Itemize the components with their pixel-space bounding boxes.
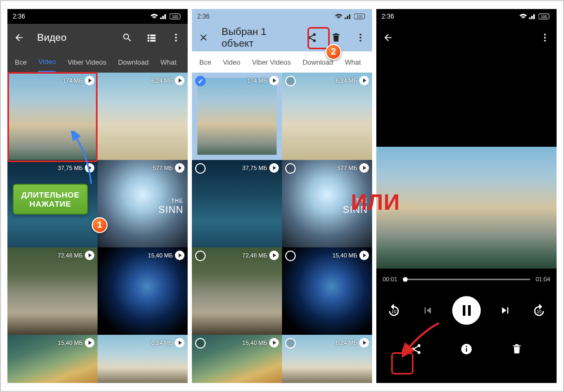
tab-viber[interactable]: Viber Videos: [252, 53, 290, 72]
svg-point-17: [544, 40, 545, 41]
next-button[interactable]: [496, 301, 515, 320]
file-size: 6,24 МБ: [151, 340, 173, 346]
play-icon: [359, 76, 369, 85]
file-size: 6,24 МБ: [151, 77, 173, 84]
delete-button[interactable]: [329, 30, 343, 45]
check-icon: [285, 76, 296, 86]
check-icon: [285, 163, 296, 174]
time-current: 00:01: [383, 276, 398, 282]
svg-point-4: [175, 40, 177, 41]
seek-track[interactable]: [403, 279, 531, 280]
wifi-icon: [519, 14, 527, 19]
arrow-back-icon: [383, 32, 393, 43]
svg-point-9: [313, 39, 316, 42]
file-size: 15,40 МБ: [332, 252, 357, 259]
back-button[interactable]: [12, 30, 27, 45]
video-tile[interactable]: 15,40 МБ: [98, 247, 188, 335]
svg-point-15: [544, 34, 545, 35]
delete-button[interactable]: [507, 340, 526, 359]
back-button[interactable]: [381, 30, 395, 45]
file-size: 6,24 МБ: [336, 340, 357, 346]
trash-icon: [331, 32, 341, 43]
play-icon: [85, 338, 94, 348]
share-button[interactable]: [304, 30, 319, 45]
callout-longpress: ДЛИТЕЛЬНОЕ НАЖАТИЕ: [13, 184, 88, 215]
tab-whatsapp[interactable]: What: [161, 53, 177, 72]
more-button[interactable]: [537, 30, 552, 45]
svg-point-10: [359, 34, 361, 35]
file-size: 15,40 МБ: [58, 340, 83, 346]
skip-prev-icon: [421, 304, 434, 317]
video-frame[interactable]: [376, 147, 557, 269]
progress-bar[interactable]: 00:01 01:04: [376, 269, 557, 290]
video-tile[interactable]: 174 МБ: [192, 73, 282, 160]
more-vert-icon: [355, 32, 366, 43]
more-button[interactable]: [353, 30, 368, 45]
tab-video[interactable]: Video: [38, 52, 56, 72]
play-icon: [359, 251, 369, 260]
svg-text:10: 10: [391, 309, 396, 314]
file-size: 72,48 МБ: [242, 252, 267, 259]
tabs: Все Video Viber Videos Download What: [7, 51, 188, 73]
tab-all[interactable]: Все: [199, 53, 211, 72]
svg-point-2: [175, 34, 177, 35]
video-tile[interactable]: 15,40 МБ: [192, 335, 282, 383]
selection-bar: Выбран 1 объект: [192, 24, 372, 51]
video-tile[interactable]: 15,40 МБ: [7, 335, 98, 383]
video-tile[interactable]: 6,24 МБ: [282, 335, 372, 383]
tab-all[interactable]: Все: [15, 53, 27, 72]
skip-next-icon: [499, 304, 512, 317]
video-tile[interactable]: THESINN577 МБ: [98, 160, 188, 247]
wifi-icon: [335, 14, 342, 19]
file-size: 174 МБ: [63, 77, 83, 84]
list-view-icon: [146, 32, 157, 43]
status-bar: 2:36 100: [7, 9, 188, 24]
prev-button[interactable]: [418, 301, 437, 320]
arrow-back-icon: [14, 32, 24, 43]
screen-2-selection: 2:36 100 Выбран 1 объект Все Video Viber…: [192, 9, 372, 383]
video-tile[interactable]: 72,48 МБ: [192, 247, 282, 335]
video-tile[interactable]: 174 МБ: [7, 73, 98, 160]
play-icon: [85, 251, 94, 260]
player-controls: 10 10: [376, 290, 557, 331]
info-button[interactable]: [457, 340, 476, 359]
player-bar: [376, 24, 557, 51]
status-bar: 2:36 100: [376, 9, 557, 24]
signal-icon: [160, 14, 168, 19]
player-spacer-top: [376, 51, 557, 147]
forward-10-icon: 10: [532, 303, 547, 318]
badge-1: 1: [92, 217, 108, 233]
search-button[interactable]: [120, 30, 135, 45]
share-icon: [306, 32, 317, 43]
close-selection-button[interactable]: [196, 30, 211, 45]
more-button[interactable]: [169, 30, 183, 45]
tab-download[interactable]: Download: [118, 53, 149, 72]
battery-icon: 100: [539, 13, 551, 20]
video-tile[interactable]: 37,75 МБ: [192, 160, 282, 247]
forward-10-button[interactable]: 10: [530, 301, 549, 320]
share-button[interactable]: [407, 340, 426, 359]
video-tile[interactable]: 6,24 МБ: [282, 73, 372, 160]
video-tile[interactable]: 15,40 МБ: [282, 247, 372, 335]
svg-text:100: 100: [172, 15, 178, 19]
tab-whatsapp[interactable]: What: [345, 53, 361, 72]
tab-viber[interactable]: Viber Videos: [67, 53, 106, 72]
check-icon: [285, 338, 296, 349]
rewind-10-button[interactable]: 10: [384, 301, 403, 320]
video-tile[interactable]: 6,24 МБ: [98, 73, 188, 160]
status-time: 2:36: [382, 13, 394, 20]
tab-video[interactable]: Video: [223, 53, 240, 72]
view-button[interactable]: [144, 30, 159, 45]
status-icons: 100: [335, 13, 367, 20]
status-icons: 100: [151, 13, 182, 20]
play-icon: [269, 338, 279, 348]
file-size: 15,40 МБ: [148, 252, 173, 259]
video-tile[interactable]: 6,24 МБ: [98, 335, 188, 383]
info-icon: [460, 343, 473, 355]
status-time: 2:36: [197, 13, 209, 20]
check-icon: [195, 163, 206, 174]
pause-button[interactable]: [452, 296, 481, 325]
search-icon: [122, 32, 133, 43]
play-icon: [175, 338, 184, 348]
video-tile[interactable]: 72,48 МБ: [7, 247, 98, 335]
